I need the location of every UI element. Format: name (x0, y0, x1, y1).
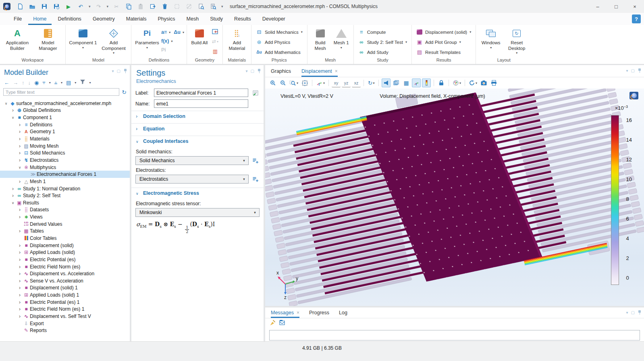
expander-icon[interactable] (17, 207, 23, 212)
view-xy-button[interactable]: xy (332, 78, 341, 87)
panel-menu-chevron-icon[interactable]: ▾ (626, 310, 628, 315)
study-2-select[interactable]: ∞Study 2: Self Test▾ (356, 37, 409, 47)
tab-graphics[interactable]: Graphics (271, 65, 291, 77)
application-builder-button[interactable]: AApplication Builder (2, 27, 32, 52)
expander-icon[interactable] (10, 116, 16, 120)
menu-file[interactable]: File (9, 13, 27, 25)
tree-item[interactable]: Displacement vs. Self Test V (0, 313, 130, 320)
zoom-in-icon[interactable] (268, 78, 277, 87)
section-domain-selection[interactable]: Domain Selection (131, 111, 264, 122)
print-icon[interactable] (489, 78, 498, 87)
tab-messages[interactable]: Messages× (271, 307, 299, 318)
save-as-icon[interactable] (52, 2, 60, 10)
tree-item[interactable]: Global Definitions (0, 107, 130, 114)
electrostatics-dropdown[interactable]: Electrostatics▾ (135, 175, 249, 184)
tree-item[interactable]: Export (0, 320, 130, 327)
expander-icon[interactable] (17, 122, 23, 128)
add-solid-mechanics-icon[interactable] (251, 157, 260, 165)
transparency-icon[interactable] (392, 78, 401, 87)
appearance-icon[interactable]: ▾ (452, 78, 462, 87)
message-log-icon[interactable] (279, 320, 285, 327)
snapshot-icon[interactable] (479, 78, 488, 87)
lock-view-icon[interactable] (437, 78, 446, 87)
menu-geometry[interactable]: Geometry (88, 13, 120, 25)
expander-icon[interactable] (17, 292, 23, 298)
virtual-operations-icon[interactable]: ▥ (210, 46, 220, 56)
tree-item[interactable]: Derived Values (0, 221, 130, 228)
name-input[interactable]: eme1 (154, 99, 248, 108)
customize-toolbar-chevron-icon[interactable]: ▾ (221, 4, 223, 8)
show-icon[interactable]: ◉ (34, 80, 39, 86)
tree-item[interactable]: Study 1: Normal Operation (0, 185, 130, 192)
scene-light-icon[interactable] (382, 78, 391, 87)
expander-icon[interactable] (17, 243, 23, 248)
nonlocal-couplings-button[interactable]: Δu▾ (174, 28, 184, 37)
tree-item[interactable]: Datasets (0, 206, 130, 214)
copy-icon[interactable] (125, 2, 133, 10)
filter-input[interactable]: Type filter text (3, 88, 119, 96)
add-electrostatics-icon[interactable] (251, 175, 260, 183)
tree-item[interactable]: surface_micromachined_accelerometer.mph (0, 100, 130, 107)
displacement-plot-select[interactable]: Displacement (solid)▾ (414, 27, 473, 37)
panel-float-icon[interactable]: ▢ (631, 68, 635, 73)
app-icon[interactable] (3, 3, 10, 10)
expander-icon[interactable] (17, 250, 23, 255)
expander-icon[interactable] (17, 129, 23, 134)
collapse-all-icon[interactable]: ⫧ (42, 79, 45, 86)
panel-pin-icon[interactable] (638, 310, 642, 315)
label-input[interactable]: Electromechanical Forces 1 (154, 89, 248, 97)
expander-icon[interactable] (17, 179, 23, 184)
component-1-button[interactable]: Component 1▾ (68, 27, 98, 50)
build-mesh-button[interactable]: Build Mesh (310, 27, 331, 52)
show-grid-icon[interactable]: ▦ (402, 78, 411, 87)
undo-chevron-icon[interactable]: ▾ (89, 4, 91, 8)
add-mathematics-button[interactable]: ΔuAdd Mathematics (254, 47, 303, 57)
expander-icon[interactable] (17, 228, 23, 234)
help-button[interactable]: ? (632, 14, 641, 23)
save-icon[interactable] (40, 2, 48, 10)
run-icon[interactable]: ▶ (64, 2, 73, 10)
back-icon[interactable]: ← (4, 80, 9, 86)
tree-item[interactable]: Tables (0, 228, 130, 235)
messages-output[interactable] (269, 330, 640, 340)
menu-materials[interactable]: Materials (121, 13, 152, 25)
tree-item[interactable]: Electric Potential (es) 1 (0, 299, 130, 306)
find-icon[interactable] (197, 2, 205, 10)
insert-sequence-icon[interactable] (210, 27, 220, 37)
panel-pin-icon[interactable] (257, 68, 261, 73)
panel-menu-chevron-icon[interactable]: ▾ (246, 69, 248, 73)
new-file-icon[interactable] (16, 2, 24, 10)
rotate-icon[interactable]: ↻▾ (367, 78, 376, 87)
expander-icon[interactable] (17, 150, 23, 156)
menu-results[interactable]: Results (229, 13, 256, 25)
panel-pin-icon[interactable] (123, 68, 127, 73)
find-replace-icon[interactable] (209, 2, 217, 10)
menu-study[interactable]: Study (205, 13, 228, 25)
view-xz-button[interactable]: xz (352, 78, 361, 87)
expander-icon[interactable] (10, 201, 16, 205)
tree-item[interactable]: Sense V vs. Acceleration (0, 277, 130, 285)
tree-item[interactable]: Component 1 (0, 114, 130, 121)
close-icon[interactable]: × (335, 68, 338, 74)
tree-item[interactable]: Electrostatics (0, 157, 130, 164)
expander-icon[interactable] (17, 264, 23, 270)
tree-item[interactable]: Definitions (0, 121, 130, 128)
panel-float-icon[interactable]: ▢ (117, 69, 120, 73)
expander-icon[interactable] (10, 186, 16, 192)
menu-developer[interactable]: Developer (258, 13, 290, 25)
close-icon[interactable]: × (297, 310, 299, 316)
expander-icon[interactable] (17, 157, 23, 163)
tree-item[interactable]: Materials (0, 135, 130, 142)
tree-item[interactable]: Solid Mechanics (0, 149, 130, 157)
add-material-button[interactable]: ⣿↓Add Material (225, 27, 249, 52)
show-axis-orientation-icon[interactable] (412, 78, 421, 87)
expander-icon[interactable] (17, 299, 23, 305)
tab-log[interactable]: Log (339, 307, 347, 318)
maximize-button[interactable]: □ (607, 0, 625, 13)
filter-funnel-icon[interactable] (80, 79, 85, 86)
tab-progress[interactable]: Progress (309, 307, 329, 318)
tree-item[interactable]: Reports (0, 327, 130, 334)
build-all-button[interactable]: Build All (189, 27, 210, 47)
expander-icon[interactable] (10, 107, 16, 113)
tree-item[interactable]: Electromechanical Forces 1 (0, 171, 130, 178)
